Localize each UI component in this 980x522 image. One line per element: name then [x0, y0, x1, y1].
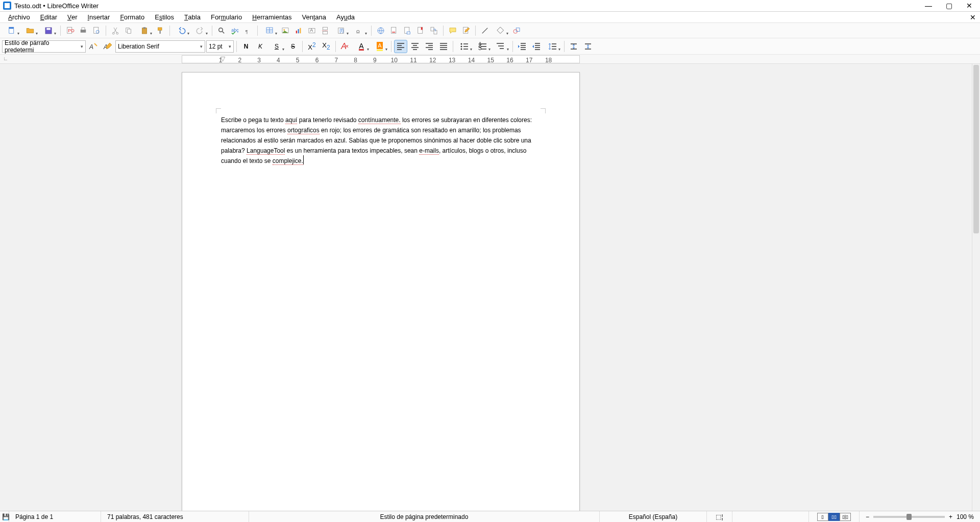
insert-bookmark-button[interactable]	[414, 25, 427, 37]
menu-ver[interactable]: Ver	[63, 12, 82, 22]
redo-button[interactable]	[191, 25, 209, 37]
clone-formatting-button[interactable]	[154, 25, 166, 37]
statusbar-word-count[interactable]: 71 palabras, 481 caracteres	[101, 511, 249, 522]
insert-image-button[interactable]	[279, 25, 291, 37]
paste-button[interactable]	[136, 25, 153, 37]
increase-indent-button[interactable]	[516, 40, 529, 53]
strikethrough-button[interactable]: S	[286, 40, 300, 53]
menu-ayuda[interactable]: Ayuda	[332, 12, 359, 22]
track-changes-button[interactable]	[460, 25, 472, 37]
insert-line-button[interactable]	[479, 25, 491, 37]
insert-page-break-button[interactable]	[319, 25, 331, 37]
scrollbar-thumb[interactable]	[973, 65, 979, 233]
insert-special-char-button[interactable]: Ω	[351, 25, 368, 37]
undo-button[interactable]	[173, 25, 190, 37]
font-name-value: Liberation Serif	[118, 43, 159, 50]
close-document-button[interactable]: ✕	[970, 13, 976, 21]
insert-cross-ref-button[interactable]	[428, 25, 440, 37]
clear-formatting-button[interactable]: A✕	[338, 40, 352, 53]
vertical-scrollbar[interactable]	[972, 64, 980, 511]
italic-button[interactable]: K	[254, 40, 267, 53]
svg-text:abç: abç	[231, 27, 239, 32]
statusbar-page[interactable]: Página 1 de 1	[9, 511, 101, 522]
single-page-view-button[interactable]: ▯	[817, 513, 828, 521]
paragraph-style-combo[interactable]: Estilo de párrafo predetermi▾	[2, 40, 86, 53]
new-button[interactable]	[3, 25, 20, 37]
new-style-button[interactable]: A	[101, 40, 114, 53]
statusbar-page-style[interactable]: Estilo de página predeterminado	[249, 511, 600, 522]
print-preview-button[interactable]	[90, 25, 103, 37]
statusbar-language[interactable]: Español (España)	[600, 511, 707, 522]
insert-table-button[interactable]	[261, 25, 278, 37]
statusbar-insert-mode[interactable]: ⬚¦	[707, 511, 732, 522]
horizontal-ruler[interactable]: ▽ 123456789101112131415161718	[182, 55, 580, 63]
book-view-button[interactable]: ▯|▯	[840, 513, 851, 521]
menu-ventana[interactable]: Ventana	[298, 12, 330, 22]
margin-mark-top-left	[216, 108, 221, 113]
print-button[interactable]	[77, 25, 89, 37]
insert-footnote-button[interactable]	[388, 25, 400, 37]
basic-shapes-button[interactable]	[492, 25, 509, 37]
save-button[interactable]	[40, 25, 57, 37]
menu-estilos[interactable]: Estilos	[151, 12, 178, 22]
zoom-control[interactable]: − + 100 %	[860, 511, 980, 522]
increase-para-spacing-button[interactable]	[567, 40, 580, 53]
subscript-button[interactable]: X2	[320, 40, 333, 53]
open-button[interactable]	[21, 25, 39, 37]
insert-hyperlink-button[interactable]	[375, 25, 387, 37]
font-color-button[interactable]: A	[353, 40, 370, 53]
superscript-button[interactable]: X2	[305, 40, 318, 53]
bold-button[interactable]: N	[239, 40, 253, 53]
copy-button[interactable]	[122, 25, 135, 37]
align-justify-button[interactable]	[437, 40, 450, 53]
align-center-button[interactable]	[408, 40, 422, 53]
ordered-list-button[interactable]: 123	[474, 40, 492, 53]
zoom-slider[interactable]	[873, 516, 945, 518]
insert-field-button[interactable]: {f}	[332, 25, 350, 37]
font-name-combo[interactable]: Liberation Serif▾	[115, 40, 205, 53]
font-size-value: 12 pt	[209, 43, 223, 50]
zoom-out-icon[interactable]: −	[866, 513, 869, 520]
update-style-button[interactable]: A	[87, 40, 100, 53]
close-button[interactable]: ✕	[965, 1, 974, 10]
align-right-button[interactable]	[423, 40, 436, 53]
ruler-corner-icon: ∟	[3, 56, 8, 61]
svg-text:A: A	[89, 43, 93, 51]
cut-button[interactable]	[109, 25, 121, 37]
zoom-in-icon[interactable]: +	[949, 513, 952, 520]
decrease-para-spacing-button[interactable]	[581, 40, 595, 53]
multi-page-view-button[interactable]: ▯▯	[828, 513, 840, 521]
insert-endnote-button[interactable]	[401, 25, 413, 37]
insert-comment-button[interactable]	[447, 25, 459, 37]
menu-editar[interactable]: Editar	[36, 12, 61, 22]
statusbar-signature[interactable]	[732, 511, 809, 522]
unordered-list-button[interactable]	[456, 40, 473, 53]
document-text[interactable]: Escribe o pega tu texto aquí para tenerl…	[221, 114, 541, 165]
highlight-color-button[interactable]: A	[371, 40, 388, 53]
insert-chart-button[interactable]	[292, 25, 305, 37]
font-size-combo[interactable]: 12 pt▾	[206, 40, 234, 53]
statusbar-save-icon[interactable]: 💾	[0, 511, 9, 522]
menu-archivo[interactable]: Archivo	[4, 12, 34, 22]
menu-herramientas[interactable]: Herramientas	[248, 12, 296, 22]
document-page[interactable]: Escribe o pega tu texto aquí para tenerl…	[182, 72, 580, 511]
outline-list-button[interactable]	[493, 40, 510, 53]
align-left-button[interactable]	[394, 40, 407, 53]
menu-tabla[interactable]: Tabla	[180, 12, 205, 22]
find-replace-button[interactable]	[215, 25, 228, 37]
minimize-button[interactable]: —	[924, 1, 933, 10]
formatting-marks-button[interactable]: ¶	[242, 25, 254, 37]
show-draw-functions-button[interactable]	[510, 25, 523, 37]
zoom-value[interactable]: 100 %	[957, 513, 974, 520]
spellcheck-button[interactable]: abç	[229, 25, 241, 37]
line-spacing-button[interactable]	[544, 40, 561, 53]
menu-insertar[interactable]: Insertar	[84, 12, 114, 22]
menu-formato[interactable]: Formato	[116, 12, 149, 22]
svg-rect-1	[9, 27, 14, 29]
underline-button[interactable]: S	[268, 40, 285, 53]
export-pdf-button[interactable]: PDF	[64, 25, 76, 37]
maximize-button[interactable]: ▢	[944, 1, 953, 10]
decrease-indent-button[interactable]	[530, 40, 543, 53]
menu-formulario[interactable]: Formulario	[207, 12, 246, 22]
insert-textbox-button[interactable]: A	[306, 25, 318, 37]
